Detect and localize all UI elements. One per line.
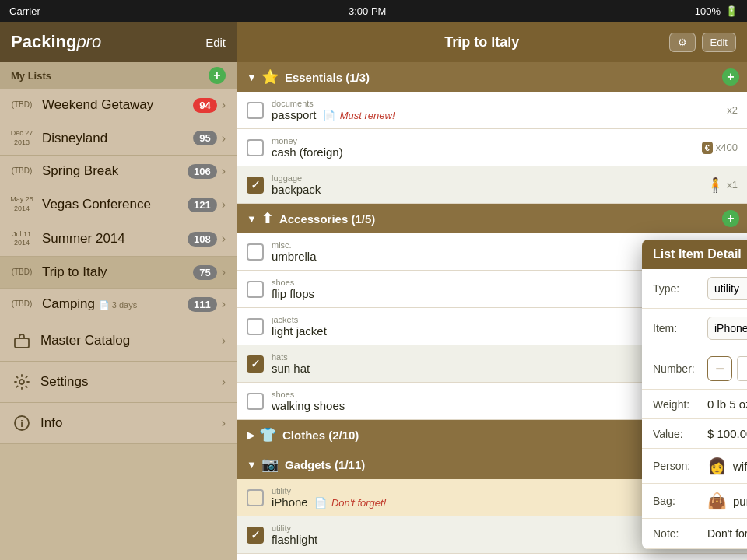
list-item-spring-break[interactable]: (TBD) Spring Break 106 › [0, 156, 237, 187]
settings-button[interactable]: ⚙ [669, 33, 696, 52]
detail-weight-row: Weight: 0 lb 5 oz [642, 390, 747, 419]
gadgets-chevron-icon: ▼ [247, 459, 257, 471]
time-label: 3:00 PM [349, 5, 386, 17]
essentials-label: Essentials (1/3) [285, 71, 370, 84]
status-bar: Carrier 3:00 PM 100% 🔋 [0, 0, 747, 22]
gear-icon [11, 371, 33, 393]
clothes-chevron-icon: ▶ [247, 429, 254, 441]
weight-value: 0 lb 5 oz [707, 397, 747, 411]
my-lists-header: My Lists + [0, 62, 237, 89]
detail-note-row[interactable]: Note: Don't forget! › [642, 519, 747, 549]
settings-menu-item[interactable]: Settings › [0, 362, 237, 403]
category-accessories[interactable]: ▼ ⬆ Accessories (1/5) + [237, 204, 747, 233]
svg-text:i: i [20, 418, 23, 429]
iphone-checkbox[interactable] [247, 489, 264, 506]
item-input[interactable] [707, 317, 747, 340]
sidebar-header: Packingpro Edit [0, 22, 237, 62]
light-jacket-checkbox[interactable] [247, 318, 264, 335]
detail-item-row: Item: [642, 309, 747, 348]
svg-rect-0 [15, 338, 29, 348]
list-item-weekend-getaway[interactable]: (TBD) Weekend Getaway 94 › [0, 89, 237, 121]
header-actions: ⚙ Edit [669, 33, 736, 52]
walking-shoes-checkbox[interactable] [247, 393, 264, 410]
detail-title: List Item Detail [653, 247, 742, 261]
master-catalog-label: Master Catalog [40, 333, 222, 348]
settings-label: Settings [40, 374, 222, 390]
list-item-trip-to-italy[interactable]: (TBD) Trip to Italy 75 › [0, 257, 237, 289]
note-label: Note: [653, 527, 707, 540]
category-essentials[interactable]: ▼ ⭐ Essentials (1/3) + [237, 62, 747, 92]
add-accessories-button[interactable]: + [722, 210, 739, 227]
backpack-checkbox[interactable]: ✓ [247, 177, 264, 194]
list-item-camping[interactable]: (TBD) Camping 📄 3 days 111 › [0, 289, 237, 320]
gadgets-icon: 📷 [261, 456, 279, 473]
accessories-icon: ⬆ [261, 210, 273, 227]
bag-selector: 👜 purse › [707, 492, 747, 510]
decrement-button[interactable]: − [707, 356, 732, 381]
essentials-star-icon: ⭐ [261, 68, 279, 86]
item-backpack[interactable]: ✓ luggage backpack 🧍 x1 [237, 166, 747, 204]
detail-header: List Item Detail Save [642, 240, 747, 269]
detail-bag-row[interactable]: Bag: 👜 purse › [642, 484, 747, 519]
edit-button[interactable]: Edit [702, 33, 736, 52]
sidebar: Packingpro Edit My Lists + (TBD) Weekend… [0, 22, 237, 560]
info-menu-item[interactable]: i Info › [0, 403, 237, 444]
type-label: Type: [653, 282, 707, 295]
note-value: Don't forget! [707, 527, 747, 540]
item-label: Item: [653, 322, 707, 334]
briefcase-icon [11, 330, 33, 352]
main-header: Trip to Italy ⚙ Edit [237, 22, 747, 62]
master-catalog-menu-item[interactable]: Master Catalog › [0, 320, 237, 362]
list-item-vegas-conference[interactable]: May 252014 Vegas Conference 121 › [0, 187, 237, 222]
value-label: Value: [653, 428, 707, 440]
weight-label: Weight: [653, 398, 707, 411]
main-title: Trip to Italy [444, 34, 519, 51]
main-container: Packingpro Edit My Lists + (TBD) Weekend… [0, 22, 747, 560]
item-cash[interactable]: money cash (foreign) € x400 [237, 129, 747, 166]
essentials-chevron-icon: ▼ [247, 72, 257, 83]
add-essentials-button[interactable]: + [722, 68, 739, 86]
my-lists-label: My Lists [11, 70, 51, 82]
person-selector: 👩 wife › [707, 457, 747, 475]
list-item-disneyland[interactable]: Dec 272013 Disneyland 95 › [0, 121, 237, 156]
sidebar-edit-button[interactable]: Edit [205, 36, 226, 49]
flip-flops-checkbox[interactable] [247, 281, 264, 298]
flashlight-checkbox[interactable]: ✓ [247, 527, 264, 544]
value-value: $ 100.00 [707, 427, 747, 440]
detail-value-row: Value: $ 100.00 [642, 419, 747, 449]
number-control: − 1 + [707, 356, 747, 381]
status-right: 100% 🔋 [695, 5, 738, 17]
clothes-label: Clothes (2/10) [282, 429, 359, 442]
detail-number-row: Number: − 1 + [642, 348, 747, 390]
person-name: wife [733, 460, 747, 473]
detail-person-row[interactable]: Person: 👩 wife › [642, 449, 747, 484]
info-label: Info [40, 415, 222, 431]
info-icon: i [11, 412, 33, 434]
number-label: Number: [653, 362, 707, 375]
battery-icon: 🔋 [725, 5, 738, 17]
battery-label: 100% [695, 5, 721, 17]
item-passport[interactable]: documents passport 📄Must renew! x2 [237, 92, 747, 129]
number-display: 1 [737, 356, 747, 381]
item-electrical-adapter[interactable]: utility electrical adapter 👥 🧳 x1 [237, 554, 747, 560]
app-logo: Packingpro [11, 32, 101, 52]
detail-type-row: Type: [642, 269, 747, 309]
svg-point-1 [19, 380, 24, 384]
type-input[interactable] [707, 277, 747, 300]
bag-avatar-icon: 👜 [707, 492, 727, 510]
person-avatar-icon: 👩 [707, 457, 727, 475]
main-content: Trip to Italy ⚙ Edit ▼ ⭐ Essentials (1/3… [237, 22, 747, 560]
sun-hat-checkbox[interactable]: ✓ [247, 355, 264, 373]
add-list-button[interactable]: + [209, 67, 226, 84]
umbrella-checkbox[interactable] [247, 243, 264, 261]
passport-checkbox[interactable] [247, 102, 264, 119]
cash-checkbox[interactable] [247, 139, 264, 156]
clothes-icon: 👕 [259, 426, 276, 443]
gadgets-label: Gadgets (1/11) [285, 458, 365, 471]
item-detail-panel: List Item Detail Save Type: Item: Number… [642, 240, 747, 549]
person-label: Person: [653, 460, 707, 472]
accessories-chevron-icon: ▼ [247, 213, 257, 225]
bag-name: purse [733, 495, 747, 508]
list-item-summer-2014[interactable]: Jul 112014 Summer 2014 108 › [0, 222, 237, 257]
person-icon: 🧍 [707, 177, 724, 194]
